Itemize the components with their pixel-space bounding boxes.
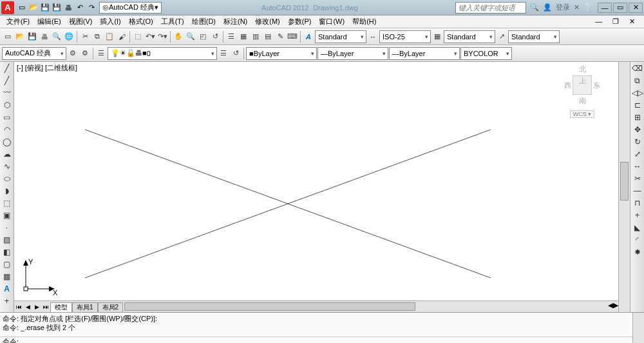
infocenter-icon[interactable]: 🔍: [530, 3, 539, 12]
min-button[interactable]: —: [598, 3, 612, 13]
copy-obj-icon[interactable]: ⧉: [632, 75, 643, 86]
tp-icon[interactable]: ▥: [250, 31, 261, 43]
revcloud-icon[interactable]: ☁: [2, 149, 12, 159]
menu-help[interactable]: 帮助(H): [348, 17, 380, 26]
text-style-dropdown[interactable]: Standard: [315, 30, 366, 43]
gear-icon[interactable]: ⚙: [79, 48, 91, 59]
tab-first-icon[interactable]: ⏮: [14, 302, 23, 311]
h-scrollbar[interactable]: [123, 301, 608, 312]
v-scrollbar[interactable]: [618, 62, 630, 312]
linetype-dropdown[interactable]: — ByLayer: [317, 47, 388, 60]
prop-icon[interactable]: ☰: [225, 31, 237, 43]
undo-icon[interactable]: ↶▾: [144, 31, 156, 43]
break-icon[interactable]: ⊓: [632, 198, 643, 208]
join-icon[interactable]: +: [632, 210, 643, 220]
zoom-win-icon[interactable]: ◰: [197, 31, 209, 43]
dc-icon[interactable]: ▦: [238, 31, 249, 43]
command-scrollbar[interactable]: [632, 313, 644, 343]
zoom-rt-icon[interactable]: 🔍: [185, 31, 196, 43]
undo-icon[interactable]: ↶: [75, 3, 85, 13]
paste-icon[interactable]: 📋: [104, 31, 115, 43]
menu-dimension[interactable]: 标注(N): [220, 17, 251, 26]
pline-icon[interactable]: 〰: [2, 88, 12, 98]
pan-icon[interactable]: ✋: [173, 31, 184, 43]
signin-label[interactable]: 登录: [556, 3, 570, 12]
drawing-canvas[interactable]: [-] [俯视] [二维线框] 北 西上东 南 WCS ▾ Y: [14, 62, 618, 300]
viewcube[interactable]: 北 西上东 南 WCS ▾: [564, 64, 600, 118]
tab-layout1[interactable]: 布局1: [72, 302, 98, 312]
exchange-icon[interactable]: ✕: [574, 3, 580, 12]
dim-style-dropdown[interactable]: ISO-25: [379, 30, 431, 43]
circle-icon[interactable]: ◯: [2, 137, 12, 147]
layer-prop-icon[interactable]: ☰: [95, 48, 107, 59]
arc-icon[interactable]: ◠: [2, 124, 12, 135]
preview-icon[interactable]: 🔍: [51, 31, 62, 43]
tab-prev-icon[interactable]: ◀: [23, 302, 32, 311]
redo-icon[interactable]: ↷▾: [156, 31, 168, 43]
layer-dropdown[interactable]: 💡☀🔓🖶■ 0: [108, 47, 217, 60]
hatch-icon[interactable]: ▨: [2, 235, 12, 245]
chamfer-icon[interactable]: ◣: [632, 222, 643, 233]
block-icon[interactable]: ▣: [2, 210, 12, 220]
addselected-icon[interactable]: +: [2, 296, 12, 306]
mtext-icon[interactable]: A: [2, 284, 12, 294]
erase-icon[interactable]: ⌫: [632, 63, 643, 74]
stretch-icon[interactable]: ↔: [632, 161, 643, 172]
tab-next-icon[interactable]: ▶: [32, 302, 41, 311]
region-icon[interactable]: ▢: [2, 259, 12, 270]
save-icon[interactable]: 💾: [26, 31, 38, 43]
menu-draw[interactable]: 绘图(D): [188, 17, 220, 26]
dimstyle-icon[interactable]: ↔: [367, 31, 379, 43]
search-input[interactable]: [455, 2, 526, 14]
markup-icon[interactable]: ✎: [274, 31, 286, 43]
table-style-dropdown[interactable]: Standard: [444, 30, 495, 43]
command-input-row[interactable]: 命令:: [0, 337, 632, 343]
open-icon[interactable]: 📂: [28, 3, 39, 13]
tab-last-icon[interactable]: ⏭: [41, 302, 50, 311]
help-icon[interactable]: ❔: [583, 3, 592, 12]
xline-icon[interactable]: ╱: [2, 75, 12, 86]
insert-icon[interactable]: ⬚: [2, 198, 12, 208]
menu-file[interactable]: 文件(F): [3, 17, 33, 26]
tablestyle-icon[interactable]: ▦: [431, 31, 443, 43]
offset-icon[interactable]: ⊏: [632, 100, 643, 110]
lineweight-dropdown[interactable]: — ByLayer: [389, 47, 460, 60]
extend-icon[interactable]: —: [632, 186, 643, 196]
tab-layout2[interactable]: 布局2: [98, 302, 124, 312]
scale-icon[interactable]: ⤢: [632, 149, 643, 159]
menu-tools[interactable]: 工具(T): [157, 17, 188, 26]
trim-icon[interactable]: ✂: [632, 173, 643, 184]
mdi-close-icon[interactable]: ✕: [625, 17, 639, 26]
gradient-icon[interactable]: ◧: [2, 247, 12, 257]
move-icon[interactable]: ✥: [632, 124, 643, 135]
fillet-icon[interactable]: ◜: [632, 235, 643, 245]
menu-insert[interactable]: 插入(I): [96, 17, 124, 26]
ellipse-icon[interactable]: ⬭: [2, 173, 12, 184]
menu-modify[interactable]: 修改(M): [251, 17, 284, 26]
spline-icon[interactable]: ∿: [2, 161, 12, 172]
ellipsearc-icon[interactable]: ◗: [2, 186, 12, 196]
menu-format[interactable]: 格式(O): [125, 17, 157, 26]
workspace-dropdown2[interactable]: AutoCAD 经典: [2, 47, 66, 60]
layer-states-icon[interactable]: ☰: [218, 48, 229, 59]
mdi-min-icon[interactable]: —: [591, 17, 606, 26]
print-icon[interactable]: 🖶: [39, 31, 50, 43]
mirror-icon[interactable]: ◁▷: [632, 88, 643, 98]
polygon-icon[interactable]: ⬡: [2, 100, 12, 110]
ssm-icon[interactable]: ▤: [262, 31, 274, 43]
open-icon[interactable]: 📂: [14, 31, 26, 43]
scroll-right-icon[interactable]: ▶: [613, 301, 618, 312]
publish-icon[interactable]: 🌐: [63, 31, 75, 43]
signin-icon[interactable]: 👤: [543, 3, 552, 12]
tab-model[interactable]: 模型: [50, 302, 72, 312]
wcs-dropdown[interactable]: WCS ▾: [570, 110, 595, 118]
menu-parametric[interactable]: 参数(P): [284, 17, 316, 26]
viewport-label[interactable]: [-] [俯视] [二维线框]: [17, 63, 77, 73]
mdi-restore-icon[interactable]: ❐: [609, 17, 623, 26]
mleader-style-dropdown[interactable]: Standard: [508, 30, 560, 43]
blockdef-icon[interactable]: ⬚: [132, 31, 144, 43]
menu-window[interactable]: 窗口(W): [315, 17, 348, 26]
close-button[interactable]: ✕: [629, 3, 643, 13]
table-icon[interactable]: ▦: [2, 271, 12, 282]
rectangle-icon[interactable]: ▭: [2, 112, 12, 122]
